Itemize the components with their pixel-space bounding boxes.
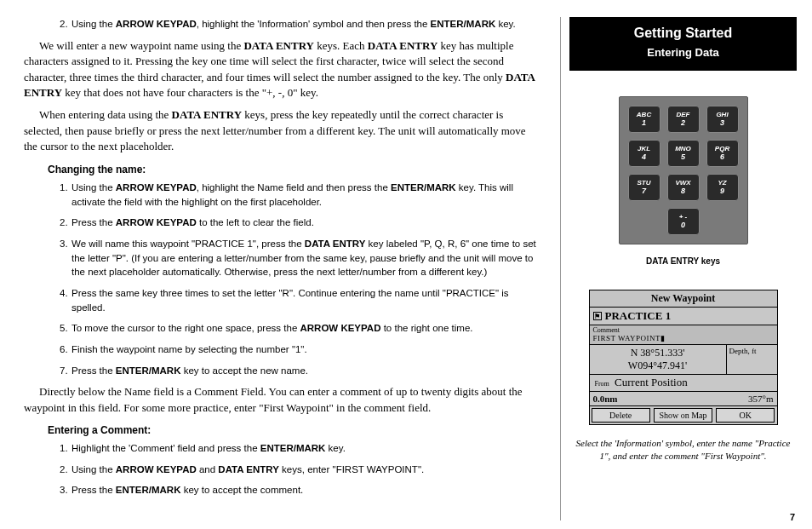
step-1-5: 5.To move the cursor to the right one sp… [60,321,536,336]
section-subtitle: Entering Data [569,46,797,59]
section-title: Getting Started [569,26,797,41]
ok-button[interactable]: OK [716,408,775,423]
key-0: + -0 [667,208,700,235]
paragraph-1: We will enter a new waypoint name using … [24,38,536,101]
step-2-1: 1.Highlight the 'Comment' field and pres… [60,441,536,456]
coordinates: N 38°51.333' W094°47.941' [590,345,726,374]
subhead-entering-comment: Entering a Comment: [48,424,536,436]
waypoint-buttons: Delete Show on Map OK [590,406,777,424]
key-3: GHI3 [706,106,739,133]
keypad-figure: ABC1 DEF2 GHI3 JKL4 MNO5 PQR6 STU7 VWX8 … [619,96,748,290]
distance: 0.0nm [593,394,618,404]
page-number: 7 [790,512,795,522]
waypoint-name-row: ⚑ PRACTICE 1 [590,308,777,325]
key-9: YZ9 [706,174,739,201]
waypoint-comment-row: Comment FIRST WAYPOINT [590,325,777,345]
key-4: JKL4 [628,140,660,167]
comment-value: FIRST WAYPOINT [590,334,777,344]
main-content: 2.Using the ARROW KEYPAD, highlight the … [24,17,545,520]
show-on-map-button[interactable]: Show on Map [654,408,712,423]
key-6: PQR6 [706,140,739,167]
keypad-caption: DATA ENTRY keys [646,256,720,266]
bearing: 357°m [748,394,773,404]
delete-button[interactable]: Delete [592,408,650,423]
waypoint-title: New Waypoint [590,290,777,308]
section-header: Getting Started Entering Data [569,17,797,71]
waypoint-from-row: From Current Position [590,375,777,392]
step-1-3: 3.We will name this waypoint "PRACTICE 1… [60,237,536,279]
key-8: VWX8 [667,174,700,201]
step-1-7: 7.Press the ENTER/MARK key to accept the… [60,364,536,378]
subhead-changing-name: Changing the name: [48,164,536,175]
step-1-4: 4.Press the same key three times to set … [60,286,536,314]
sidebar: Getting Started Entering Data ABC1 DEF2 … [569,17,797,520]
intro-step-2: 2.Using the ARROW KEYPAD, highlight the … [60,17,536,32]
key-2: DEF2 [667,106,700,133]
waypoint-dist-row: 0.0nm 357°m [590,392,777,406]
paragraph-2: When entering data using the DATA ENTRY … [24,107,536,154]
key-1: ABC1 [628,106,660,133]
step-2-3: 3.Press the ENTER/MARK key to accept the… [60,483,536,497]
figure-caption: Select the 'Information' symbol, enter t… [569,437,797,463]
from-label: From [592,378,612,388]
new-waypoint-dialog: New Waypoint ⚑ PRACTICE 1 Comment FIRST … [589,290,778,425]
step-1-6: 6.Finish the waypoint name by selecting … [60,342,536,357]
comment-label: Comment [590,325,777,334]
step-1-2: 2.Press the ARROW KEYPAD to the left to … [60,216,536,230]
waypoint-name: PRACTICE 1 [605,309,672,323]
paragraph-3: Directly below the Name field is a Comme… [24,384,536,416]
from-value: Current Position [615,376,688,388]
key-5: MNO5 [667,140,700,167]
column-divider [560,17,561,520]
waypoint-coord-row: N 38°51.333' W094°47.941' Depth, ft [590,345,777,375]
key-7: STU7 [628,174,660,201]
step-2-2: 2.Using the ARROW KEYPAD and DATA ENTRY … [60,463,536,477]
flag-icon: ⚑ [593,312,602,320]
depth-field: Depth, ft [726,345,777,374]
step-1-1: 1.Using the ARROW KEYPAD, highlight the … [60,181,536,209]
data-entry-keypad: ABC1 DEF2 GHI3 JKL4 MNO5 PQR6 STU7 VWX8 … [619,96,748,244]
